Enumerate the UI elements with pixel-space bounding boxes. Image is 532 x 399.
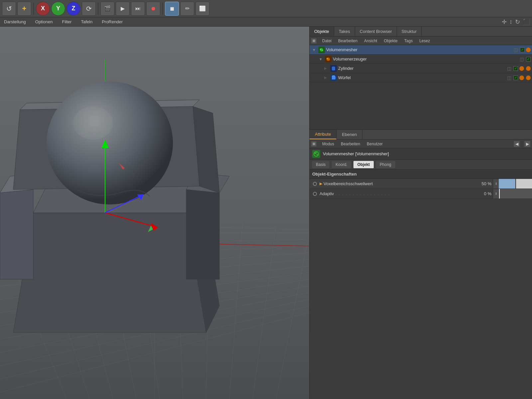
vis-icon-3[interactable]: ◫ [506,75,512,81]
menu-prorender[interactable]: ProRender [100,19,125,25]
voxel-spinner[interactable]: ⬍ [493,179,499,189]
vis-icon-0[interactable]: ◫ [513,47,519,53]
tab-takes[interactable]: Takes [334,27,355,36]
wire-view-btn[interactable]: ⬜ [196,2,209,16]
attr-submenu-bearbeiten[interactable]: Bearbeiten [339,141,361,147]
adaptiv-value[interactable]: 0 % [456,191,493,196]
svg-rect-55 [332,66,335,70]
refresh-icon[interactable]: ↻ [515,18,520,26]
voxel-expand-arrow[interactable]: ▶ [320,182,322,186]
play-ffd-btn[interactable]: ⏭ [131,2,145,16]
solid-view-btn[interactable]: ◼ [165,2,179,16]
object-name-text: Volumenmesher [Volumenmesher] [323,151,389,156]
adaptiv-cursor [499,189,500,199]
submenu-tags[interactable]: Tags [403,38,414,44]
voxel-bar[interactable] [499,179,532,189]
prop-tab-objekt[interactable]: Objekt [353,161,374,169]
vis-icon-2[interactable]: ◫ [506,66,512,71]
x-btn[interactable]: X [36,2,50,16]
radio-adaptiv [313,192,317,196]
tree-icon-zylinder [330,65,337,72]
tree-icon-wuerfel [330,74,337,81]
tree-item-wuerfel[interactable]: ▶ Würfel ◫ ✓ [310,73,532,82]
layout-icon[interactable]: ⬛ [523,18,530,26]
sep3 [162,3,163,15]
tree-item-volumenmesher[interactable]: ▼ Volumenmesher ◫ ✓ [310,45,532,55]
prop-row-voxel: ▶ Voxelbereichsschwellwert 50 % ⬍ [310,179,532,189]
prop-tab-koord[interactable]: Koord. [331,161,351,169]
prop-section-header: Objekt-Eigenschaften [310,170,532,179]
tree-icon-volumenmesher [318,47,325,53]
z-btn[interactable]: Z [66,2,80,16]
attr-submenu-benutzer[interactable]: Benutzer [365,141,384,147]
prop-radio-adaptiv[interactable] [312,191,318,197]
tab-objekte[interactable]: Objekte [310,27,334,36]
voxel-cursor [515,179,516,189]
record-btn[interactable]: ⏺ [146,2,160,16]
tab-content-browser[interactable]: Content Browser [355,27,397,36]
tab-struktur[interactable]: Struktur [397,27,422,36]
attr-tab-attribute[interactable]: Attribute [310,130,336,139]
voxel-value[interactable]: 50 % [456,181,493,186]
check-2[interactable]: ✓ [513,66,518,71]
object-submenu: ⊞ Datei Bearbeiten Ansicht Objekte Tags … [310,37,532,45]
prop-radio-voxel[interactable] [312,181,318,187]
transform-icon[interactable]: ↕ [509,18,512,25]
play-fwd-btn[interactable]: ▶ [116,2,130,16]
add-btn[interactable]: + [17,2,31,16]
menu-icons: ✛ ↕ ↻ ⬛ [502,18,530,26]
move-icon[interactable]: ✛ [502,18,507,26]
tree-arrow-2: ▶ [324,66,329,70]
nav-arrows: ◀ ▶ [513,141,531,147]
submenu-lesez[interactable]: Lesez [418,38,431,44]
nav-left[interactable]: ◀ [513,141,520,147]
tree-controls-2: ◫ ✓ [506,66,531,71]
viewport-scene [0,27,309,399]
dot-3b [526,75,531,80]
prop-tab-phong[interactable]: Phong [375,161,396,169]
y-btn[interactable]: Y [51,2,65,16]
check-0[interactable]: ✓ [520,48,525,52]
adaptiv-bar[interactable] [499,189,532,199]
rotate-btn[interactable]: ⟳ [82,2,96,16]
object-name-row: Volumenmesher [Volumenmesher] [310,148,532,160]
check-1[interactable]: ✓ [526,57,531,62]
clapboard-btn[interactable]: 🎬 [100,2,114,16]
svg-point-51 [322,50,323,51]
adaptiv-spinner[interactable]: ⬍ [493,189,499,199]
submenu-ansicht[interactable]: Ansicht [363,38,378,44]
sep2 [98,3,98,15]
dot-3 [519,75,524,80]
svg-marker-28 [13,213,206,332]
submenu-objekte[interactable]: Objekte [382,38,399,44]
menu-tafeln[interactable]: Tafeln [79,19,94,25]
undo-btn[interactable]: ↺ [2,2,16,16]
svg-point-39 [47,81,173,204]
svg-marker-32 [0,190,33,279]
pen-btn[interactable]: ✏ [180,2,194,16]
top-toolbar: ↺ + X Y Z ⟳ 🎬 ▶ ⏭ ⏺ ◼ ✏ ⬜ [0,0,532,17]
prop-section-title: Objekt-Eigenschaften [312,172,357,177]
nav-right[interactable]: ▶ [524,141,531,147]
check-3[interactable]: ✓ [513,75,518,80]
menu-filter[interactable]: Filter [60,19,74,25]
menu-optionen[interactable]: Optionen [33,19,55,25]
submenu-bearbeiten[interactable]: Bearbeiten [337,38,359,44]
attr-tab-ebenen[interactable]: Ebenen [336,130,362,139]
tree-item-zylinder[interactable]: ▶ Zylinder ◫ ✓ [310,64,532,73]
adaptiv-dots: . . . . . . . . . . . . . . . . [335,192,390,196]
grid-icon: ⊞ [311,38,317,44]
vis-icon-1[interactable]: ◫ [519,56,525,62]
main-layout: Objekte Takes Content Browser Struktur ⊞… [0,27,532,399]
prop-tab-basis[interactable]: Basis [312,161,330,169]
svg-point-54 [329,59,330,61]
viewport[interactable] [0,27,309,399]
adaptiv-label-text: Adaptiv [320,191,334,196]
menu-darstellung[interactable]: Darstellung [2,19,28,25]
object-manager-tabs: Objekte Takes Content Browser Struktur [310,27,532,37]
svg-rect-56 [332,76,335,79]
svg-point-50 [320,49,321,50]
tree-item-volumenerzeuger[interactable]: ▼ Volumenerzeuger ◫ ✓ [310,55,532,64]
attr-submenu-modus[interactable]: Modus [321,141,335,147]
submenu-datei[interactable]: Datei [321,38,333,44]
